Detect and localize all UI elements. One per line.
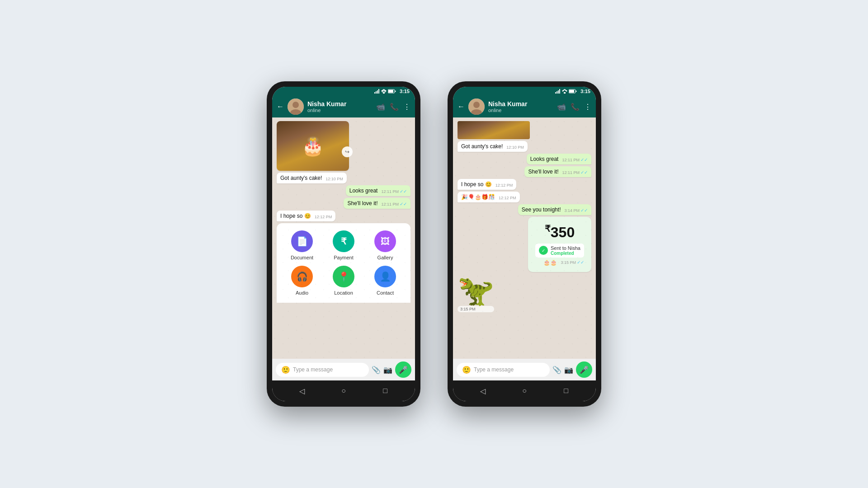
contact-name-left: Nisha Kumar bbox=[307, 100, 373, 108]
mic-button-left[interactable]: 🎤 bbox=[395, 361, 411, 378]
camera-icon-right[interactable]: 📷 bbox=[564, 366, 573, 374]
payment-time: 3:15 PM bbox=[561, 260, 576, 265]
msg-love-it: She'll love it! 12:11 PM ✓✓ bbox=[344, 198, 410, 209]
attach-payment[interactable]: ₹ Payment bbox=[326, 230, 362, 260]
video-call-icon[interactable]: 📹 bbox=[376, 103, 385, 111]
attach-location[interactable]: 📍 Location bbox=[326, 266, 362, 296]
avatar-right[interactable] bbox=[468, 99, 485, 115]
msg-time: 12:12 PM bbox=[499, 196, 516, 200]
home-nav-left[interactable]: ○ bbox=[337, 384, 350, 398]
svg-rect-15 bbox=[564, 92, 566, 94]
recents-nav-right[interactable]: □ bbox=[559, 384, 573, 398]
signal-icons-right bbox=[555, 89, 577, 94]
svg-rect-18 bbox=[576, 91, 576, 92]
msg-got-cake: Got aunty's cake! 12:10 PM bbox=[277, 173, 347, 183]
more-options-icon-right[interactable]: ⋮ bbox=[584, 103, 591, 111]
status-time-right: 3:15 bbox=[580, 89, 590, 94]
emoji-icon-right[interactable]: 🙂 bbox=[462, 366, 471, 374]
partial-cake-image bbox=[458, 121, 530, 139]
mic-button-right[interactable]: 🎤 bbox=[576, 361, 592, 378]
home-nav-right[interactable]: ○ bbox=[518, 384, 531, 398]
msg-text: Looks great bbox=[349, 188, 378, 194]
contact-info-right: Nisha Kumar online bbox=[488, 100, 553, 113]
msg-text: Looks great bbox=[530, 156, 559, 162]
header-icons-right: 📹 📞 ⋮ bbox=[557, 103, 591, 111]
msg-time: 12:11 PM bbox=[562, 170, 580, 175]
payment-check-icon: ✓ bbox=[539, 246, 548, 255]
msg-time: 12:11 PM bbox=[562, 158, 580, 162]
check-marks: ✓✓ bbox=[400, 189, 407, 194]
nav-bar-right: ◁ ○ □ bbox=[453, 380, 596, 401]
attachment-picker: 📄 Document ₹ Payment 🖼 Gallery bbox=[277, 223, 410, 303]
msg-text: I hope so 😊 bbox=[280, 213, 311, 219]
back-button-left[interactable]: ← bbox=[277, 103, 284, 111]
check-marks: ✓✓ bbox=[580, 208, 588, 213]
check-marks: ✓✓ bbox=[577, 260, 584, 265]
msg-time: 12:12 PM bbox=[495, 183, 513, 188]
input-placeholder-left: Type a message bbox=[293, 366, 333, 373]
phone-call-icon[interactable]: 📞 bbox=[390, 103, 399, 111]
location-icon: 📍 bbox=[333, 266, 354, 287]
msg-text: Got aunty's cake! bbox=[280, 175, 322, 181]
svg-rect-4 bbox=[383, 92, 385, 94]
back-button-right[interactable]: ← bbox=[458, 103, 465, 111]
contact-status-right: online bbox=[488, 108, 553, 113]
forward-button[interactable]: ↪ bbox=[342, 146, 353, 157]
message-input-left[interactable]: 🙂 Type a message bbox=[276, 363, 369, 377]
chat-area-right: Got aunty's cake! 12:10 PM Looks great 1… bbox=[453, 117, 596, 359]
gallery-icon: 🖼 bbox=[374, 230, 396, 252]
input-bar-left: 🙂 Type a message 📎 📷 🎤 bbox=[272, 359, 415, 380]
attach-gallery-label: Gallery bbox=[377, 255, 393, 260]
svg-point-9 bbox=[292, 102, 299, 108]
contact-status-left: online bbox=[307, 108, 373, 113]
attach-audio[interactable]: 🎧 Audio bbox=[284, 266, 320, 296]
attach-contact-label: Contact bbox=[377, 290, 394, 296]
msg-text: She'll love it! bbox=[528, 169, 558, 175]
msg-time: 12:12 PM bbox=[315, 215, 332, 219]
attach-location-label: Location bbox=[334, 290, 353, 296]
image-message: ↪ bbox=[277, 121, 349, 171]
input-bar-right: 🙂 Type a message 📎 📷 🎤 bbox=[453, 359, 596, 380]
camera-icon-left[interactable]: 📷 bbox=[383, 366, 392, 374]
back-nav-left[interactable]: ◁ bbox=[295, 384, 309, 398]
emoji-icon-left[interactable]: 🙂 bbox=[281, 366, 290, 374]
check-marks: ✓✓ bbox=[400, 202, 407, 206]
back-nav-right[interactable]: ◁ bbox=[476, 384, 490, 398]
partial-image bbox=[458, 121, 530, 139]
svg-rect-7 bbox=[395, 91, 396, 92]
chat-header-right: ← Nisha Kumar online 📹 📞 ⋮ bbox=[453, 96, 596, 117]
cake-image bbox=[277, 121, 349, 171]
svg-marker-12 bbox=[557, 91, 557, 94]
contact-icon: 👤 bbox=[374, 266, 396, 287]
sticker-container: 🦖 3:15 PM bbox=[458, 276, 494, 312]
msg-time: 12:10 PM bbox=[326, 177, 343, 181]
document-icon: 📄 bbox=[291, 230, 313, 252]
phone-call-icon-right[interactable]: 📞 bbox=[571, 103, 580, 111]
chat-header-left: ← Nisha Kumar online 📹 📞 ⋮ bbox=[272, 96, 415, 117]
message-input-right[interactable]: 🙂 Type a message bbox=[457, 363, 550, 377]
msg-text: She'll love it! bbox=[347, 200, 377, 206]
attachment-icon-left[interactable]: 📎 bbox=[372, 366, 381, 374]
attach-document-label: Document bbox=[291, 255, 313, 260]
phone-right: 3:15 ← Nisha Kumar online 📹 📞 ⋮ bbox=[448, 81, 601, 407]
svg-marker-3 bbox=[378, 89, 379, 94]
msg-time: 3:14 PM bbox=[564, 208, 580, 213]
attachment-icon-right[interactable]: 📎 bbox=[552, 366, 561, 374]
attach-contact[interactable]: 👤 Contact bbox=[367, 266, 403, 296]
svg-marker-14 bbox=[559, 89, 560, 94]
msg-time: 12:11 PM bbox=[381, 189, 399, 194]
more-options-icon[interactable]: ⋮ bbox=[403, 103, 410, 111]
audio-icon: 🎧 bbox=[291, 266, 313, 287]
attach-document[interactable]: 📄 Document bbox=[284, 230, 320, 260]
video-call-icon-right[interactable]: 📹 bbox=[557, 103, 566, 111]
msg-got-cake-r: Got aunty's cake! 12:10 PM bbox=[458, 141, 528, 152]
msg-see-tonight: See you tonight! 3:14 PM ✓✓ bbox=[518, 204, 591, 215]
attach-gallery[interactable]: 🖼 Gallery bbox=[367, 230, 403, 260]
payment-status: Completed bbox=[551, 251, 580, 256]
header-icons-left: 📹 📞 ⋮ bbox=[376, 103, 410, 111]
attach-payment-label: Payment bbox=[334, 255, 353, 260]
recents-nav-left[interactable]: □ bbox=[378, 384, 392, 398]
svg-rect-17 bbox=[569, 90, 574, 93]
avatar-left[interactable] bbox=[288, 99, 304, 115]
msg-time: 12:10 PM bbox=[506, 145, 524, 150]
